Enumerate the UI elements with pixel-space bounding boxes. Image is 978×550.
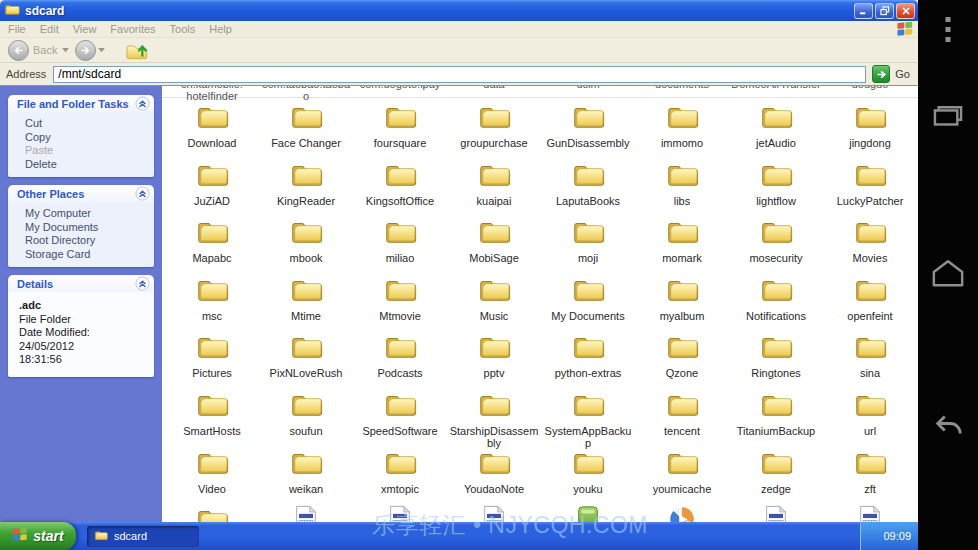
file-download[interactable]: Download	[165, 102, 259, 150]
file-document[interactable]	[823, 505, 917, 522]
home-icon[interactable]	[918, 256, 978, 290]
file-pictures[interactable]: Pictures	[165, 332, 259, 380]
file-zedge[interactable]: zedge	[729, 448, 823, 496]
file-luckypatcher[interactable]: LuckyPatcher	[823, 160, 917, 208]
file-youku[interactable]: youku	[541, 448, 635, 496]
back-dropdown-icon[interactable]	[62, 48, 69, 53]
menu-item-view[interactable]: View	[73, 23, 97, 35]
sidebar-link-root-directory[interactable]: Root Directory	[25, 234, 150, 248]
file-starshipdisassembly[interactable]: StarshipDisassembly	[447, 390, 541, 449]
restore-button[interactable]	[875, 3, 894, 19]
file-xmtopic[interactable]: xmtopic	[353, 448, 447, 496]
minimize-button[interactable]	[854, 3, 873, 19]
file-my-documents[interactable]: My Documents	[541, 275, 635, 323]
file-media-player[interactable]	[635, 505, 729, 522]
file-pptv[interactable]: pptv	[447, 332, 541, 380]
menu-item-file[interactable]: File	[8, 23, 26, 35]
file-immomo[interactable]: immomo	[635, 102, 729, 150]
file-python-extras[interactable]: python-extras	[541, 332, 635, 380]
forward-dropdown-icon[interactable]	[98, 48, 105, 53]
file-kuaipai[interactable]: kuaipai	[447, 160, 541, 208]
address-input[interactable]	[53, 66, 866, 83]
file-label: mbook	[289, 253, 322, 265]
file-pixnloverush[interactable]: PixNLoveRush	[259, 332, 353, 380]
file-mtmovie[interactable]: Mtmovie	[353, 275, 447, 323]
file-msc[interactable]: msc	[165, 275, 259, 323]
file-juziad[interactable]: JuZiAD	[165, 160, 259, 208]
file-miliao[interactable]: miliao	[353, 217, 447, 265]
file-jingdong[interactable]: jingdong	[823, 102, 917, 150]
file-moji[interactable]: moji	[541, 217, 635, 265]
menu-item-favorites[interactable]: Favorites	[110, 23, 155, 35]
go-button[interactable]	[872, 65, 890, 83]
start-button[interactable]: start	[0, 522, 76, 550]
back-button[interactable]	[8, 40, 29, 61]
back-icon[interactable]	[918, 408, 978, 440]
file-mtime[interactable]: Mtime	[259, 275, 353, 323]
sidebar-link-storage-card[interactable]: Storage Card	[25, 248, 150, 262]
file-libs[interactable]: libs	[635, 160, 729, 208]
file-sina[interactable]: sina	[823, 332, 917, 380]
sidebar-link-my-documents[interactable]: My Documents	[25, 221, 150, 235]
file-url[interactable]: url	[823, 390, 917, 449]
sidebar-link-delete[interactable]: Delete	[25, 158, 150, 172]
recent-apps-icon[interactable]	[918, 103, 978, 131]
file-package[interactable]	[541, 505, 635, 522]
file-mapabc[interactable]: Mapabc	[165, 217, 259, 265]
file-foursquare[interactable]: foursquare	[353, 102, 447, 150]
file-document[interactable]	[353, 505, 447, 522]
file-youdaonote[interactable]: YoudaoNote	[447, 448, 541, 496]
menu-dots-icon[interactable]	[918, 17, 978, 43]
details-file-name: .adc	[19, 299, 148, 313]
file-mbook[interactable]: mbook	[259, 217, 353, 265]
close-button[interactable]	[896, 3, 915, 19]
file-kingreader[interactable]: KingReader	[259, 160, 353, 208]
file-youmicache[interactable]: youmicache	[635, 448, 729, 496]
file-document[interactable]	[259, 505, 353, 522]
file-music[interactable]: Music	[447, 275, 541, 323]
file-jetaudio[interactable]: jetAudio	[729, 102, 823, 150]
file-systemappbackup[interactable]: SystemAppBackup	[541, 390, 635, 449]
menu-item-edit[interactable]: Edit	[40, 23, 59, 35]
collapse-chevron-icon[interactable]	[135, 186, 150, 201]
file-myalbum[interactable]: myalbum	[635, 275, 729, 323]
collapse-chevron-icon[interactable]	[135, 276, 150, 291]
file-momark[interactable]: momark	[635, 217, 729, 265]
file-kingsoftoffice[interactable]: KingsoftOffice	[353, 160, 447, 208]
menu-item-help[interactable]: Help	[209, 23, 232, 35]
file-movies[interactable]: Movies	[823, 217, 917, 265]
file-qzone[interactable]: Qzone	[635, 332, 729, 380]
file-speedsoftware[interactable]: SpeedSoftware	[353, 390, 447, 449]
file-soufun[interactable]: soufun	[259, 390, 353, 449]
folder-icon	[290, 102, 323, 130]
file-openfeint[interactable]: openfeint	[823, 275, 917, 323]
file-video[interactable]: Video	[165, 448, 259, 496]
file-mosecurity[interactable]: mosecurity	[729, 217, 823, 265]
sidebar-link-paste[interactable]: Paste	[25, 144, 150, 158]
taskbar-task-sdcard[interactable]: sdcard	[87, 526, 199, 547]
file-zft[interactable]: zft	[823, 448, 917, 496]
file-gundisassembly[interactable]: GunDisassembly	[541, 102, 635, 150]
file-document[interactable]	[447, 505, 541, 522]
up-folder-button[interactable]	[125, 40, 149, 61]
file-notifications[interactable]: Notifications	[729, 275, 823, 323]
file-titaniumbackup[interactable]: TitaniumBackup	[729, 390, 823, 449]
file-weikan[interactable]: weikan	[259, 448, 353, 496]
file-tencent[interactable]: tencent	[635, 390, 729, 449]
file-lightflow[interactable]: lightflow	[729, 160, 823, 208]
file-smarthosts[interactable]: SmartHosts	[165, 390, 259, 449]
menu-item-tools[interactable]: Tools	[170, 23, 196, 35]
forward-button[interactable]	[75, 40, 96, 61]
sidebar-link-my-computer[interactable]: My Computer	[25, 207, 150, 221]
file-document[interactable]	[729, 505, 823, 522]
file-mobisage[interactable]: MobiSage	[447, 217, 541, 265]
sidebar-link-cut[interactable]: Cut	[25, 117, 150, 131]
collapse-chevron-icon[interactable]	[135, 96, 150, 111]
file-groupurchase[interactable]: groupurchase	[447, 102, 541, 150]
file-laputabooks[interactable]: LaputaBooks	[541, 160, 635, 208]
file-podcasts[interactable]: Podcasts	[353, 332, 447, 380]
file-face-changer[interactable]: Face Changer	[259, 102, 353, 150]
file-ringtones[interactable]: Ringtones	[729, 332, 823, 380]
sidebar-link-copy[interactable]: Copy	[25, 131, 150, 145]
file-folder[interactable]	[165, 505, 259, 522]
